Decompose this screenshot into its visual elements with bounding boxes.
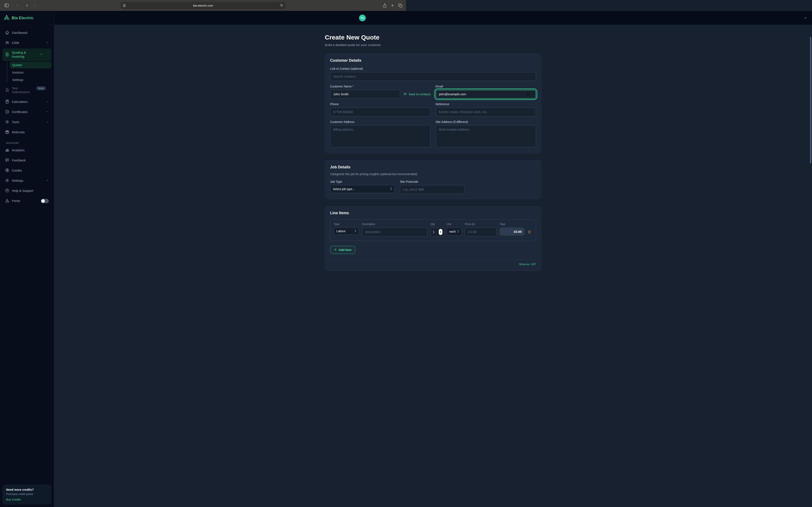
sidebar-item-dashboard[interactable]: Dashboard: [3, 28, 51, 38]
chevron-down-icon: [46, 41, 49, 45]
url-text: bia-electric.com: [126, 4, 281, 7]
chevron-down-icon[interactable]: [14, 2, 20, 9]
select-chevrons-icon: [354, 229, 357, 233]
divider: [12, 3, 12, 8]
help-circle-icon: [5, 188, 9, 193]
sidebar-item-crm[interactable]: CRM: [3, 38, 51, 48]
line-items-card: Line Items Type Labour Description: [325, 206, 406, 253]
calculator-icon: [5, 100, 9, 104]
sidebar-item-quoting-invoicing[interactable]: Quoting & Invoicing: [3, 48, 51, 61]
pento-toggle[interactable]: [41, 199, 49, 203]
alert-triangle-icon: [5, 199, 9, 204]
search-contacts-input[interactable]: [330, 72, 406, 81]
url-bar[interactable]: bia-electric.com ↻: [120, 2, 286, 9]
reload-icon[interactable]: ↻: [281, 4, 283, 7]
page-subtitle: Build a detailed quote for your customer: [325, 43, 406, 47]
badge-check-icon: [5, 110, 9, 114]
col-type: Type: [334, 223, 359, 226]
customer-address-label: Customer Address: [330, 120, 406, 124]
brand-logo-icon: [4, 15, 9, 21]
avatar[interactable]: TG: [359, 14, 366, 21]
sidebar-item-certificates[interactable]: Certificates: [3, 107, 51, 117]
user-plus-icon: [403, 92, 406, 96]
job-details-title: Job Details: [330, 165, 406, 169]
message-icon: [5, 158, 9, 163]
sidebar-subitem-settings[interactable]: Settings: [10, 76, 51, 83]
job-type-label: Job Type: [330, 180, 395, 183]
sidebar: Bia Electric Dashboard CRM Quoting & Inv…: [0, 11, 54, 253]
sidebar-item-tools[interactable]: Tools: [3, 117, 51, 127]
customer-name-input[interactable]: [330, 90, 400, 99]
sidebar-item-credits[interactable]: Credits: [3, 166, 51, 175]
job-details-card: Job Details Categorize this job for pric…: [325, 160, 406, 199]
users-icon: [5, 41, 9, 45]
account-section-label: ACCOUNT: [6, 142, 54, 144]
link-contact-label: Link to Contact (optional): [330, 67, 406, 70]
col-description: Description: [362, 223, 406, 226]
browser-chrome: bia-electric.com ↻: [0, 0, 406, 11]
main-content: Create New Quote Build a detailed quote …: [54, 25, 406, 253]
brand-name: Bia Electric: [12, 16, 34, 20]
app-header: TG: [54, 11, 406, 25]
phone-label: Phone: [330, 103, 406, 106]
sidebar-item-referrals[interactable]: Referrals: [3, 128, 51, 137]
line-items-title: Line Items: [330, 211, 406, 215]
sidebar-item-calculators[interactable]: Calculators: [3, 97, 51, 107]
sidebar-subitem-invoices[interactable]: Invoices: [10, 69, 51, 76]
file-text-icon: [5, 52, 9, 57]
gift-icon: [5, 130, 9, 135]
customer-name-label: Customer Name *: [330, 85, 406, 88]
back-icon[interactable]: [24, 2, 30, 9]
job-details-subtitle: Categorize this job for pricing insights…: [330, 172, 406, 176]
select-chevrons-icon: [390, 187, 393, 191]
line-item-row: Type Labour Description Qty: [330, 220, 406, 241]
home-icon: [5, 31, 9, 35]
sidebar-subitem-quotes[interactable]: Quotes: [10, 62, 51, 68]
sidebar-toggle-icon[interactable]: [3, 2, 10, 9]
item-description-input[interactable]: [362, 228, 406, 236]
customer-details-card: Customer Details Link to Contact (option…: [325, 53, 406, 153]
bar-chart-icon: [5, 148, 9, 153]
plus-icon: [334, 248, 337, 252]
sidebar-item-settings[interactable]: Settings: [3, 176, 51, 185]
job-type-select[interactable]: Select job type...: [330, 185, 395, 193]
item-type-select[interactable]: Labour: [334, 228, 359, 235]
soon-badge: Soon: [36, 87, 46, 90]
add-item-button[interactable]: Add Item: [330, 246, 355, 253]
sidebar-item-pento[interactable]: Pento: [3, 196, 51, 206]
sidebar-item-help-support[interactable]: Help & Support: [3, 186, 51, 195]
chevron-down-icon: [46, 110, 49, 114]
customer-details-title: Customer Details: [330, 58, 406, 63]
chevron-up-icon: [40, 53, 43, 56]
page-settings-icon[interactable]: [123, 4, 126, 7]
new-tab-icon[interactable]: [391, 4, 394, 7]
sidebar-item-feedback[interactable]: Feedback: [3, 156, 51, 165]
share-icon[interactable]: [383, 3, 387, 8]
customer-address-textarea[interactable]: [330, 125, 406, 147]
dollar-circle-icon: [5, 168, 9, 173]
forward-icon[interactable]: [32, 2, 38, 9]
gear-icon: [5, 120, 9, 125]
save-to-contacts-link[interactable]: Save to contacts: [403, 92, 406, 96]
sidebar-item-analytics[interactable]: Analytics: [3, 146, 51, 155]
chevron-down-icon: [46, 179, 49, 182]
sub-nav-guide-line: [7, 62, 7, 82]
site-postcode-label: Site Postcode: [400, 180, 406, 183]
file-icon: [5, 88, 9, 93]
chevron-down-icon: [46, 100, 49, 104]
site-postcode-input[interactable]: [400, 185, 406, 194]
phone-input[interactable]: [330, 108, 406, 116]
chevron-down-icon: [46, 120, 49, 124]
gear-icon: [5, 178, 9, 183]
tab-overview-icon[interactable]: [398, 3, 403, 8]
page-title: Create New Quote: [325, 34, 406, 41]
sidebar-item-test-submissions[interactable]: Test Submissions Soon: [3, 84, 51, 97]
